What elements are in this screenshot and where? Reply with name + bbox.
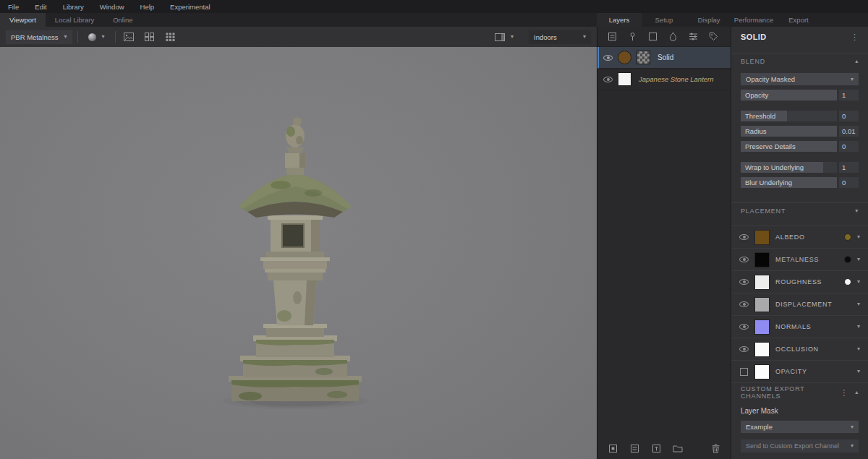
chevron-down-icon[interactable]: ▾	[857, 324, 860, 330]
menu-window[interactable]: Window	[92, 3, 132, 11]
trash-icon	[712, 444, 720, 453]
visibility-eye-icon[interactable]	[603, 55, 613, 61]
channel-swatch[interactable]	[754, 342, 770, 357]
menu-edit[interactable]: Edit	[27, 3, 54, 11]
solid-layer-button[interactable]	[644, 30, 660, 44]
texture-view-button[interactable]	[121, 30, 137, 44]
visibility-eye-icon[interactable]	[739, 257, 749, 262]
chevron-down-icon[interactable]: ▾	[857, 257, 860, 262]
add-surface-layer-button[interactable]	[626, 441, 642, 455]
add-mask-button[interactable]	[648, 441, 664, 455]
paint-layer-button[interactable]	[624, 30, 640, 44]
export-preset-select[interactable]: Example ▾	[741, 421, 859, 433]
preserve-details-value-field[interactable]: 0	[839, 141, 859, 152]
chevron-down-icon: ▾	[511, 34, 514, 40]
kebab-menu-icon[interactable]: ⋮	[851, 33, 859, 41]
channel-swatch[interactable]	[754, 275, 770, 290]
grid-view-button[interactable]	[163, 30, 179, 44]
arrow-up-square-icon	[652, 444, 661, 453]
opacity-value-field[interactable]: 1	[839, 90, 859, 100]
menu-file[interactable]: File	[0, 3, 27, 11]
tab-export[interactable]: Export	[776, 13, 821, 27]
chevron-down-icon[interactable]: ▾	[857, 279, 860, 285]
kebab-menu-icon[interactable]: ⋮	[840, 389, 848, 397]
chevron-down-icon[interactable]: ▾	[857, 346, 860, 352]
channel-swatch[interactable]	[754, 364, 770, 379]
layer-row-solid[interactable]: Solid	[597, 47, 731, 69]
channel-row-normals[interactable]: NORMALS ▾	[731, 316, 868, 338]
tab-display[interactable]: Display	[686, 13, 731, 27]
layer-row-base-mesh[interactable]: Japanese Stone Lantern	[597, 69, 731, 90]
send-to-export-channel-button[interactable]: Send to Custom Export Channel ▾	[741, 439, 859, 452]
visibility-eye-icon[interactable]	[603, 77, 613, 82]
channel-swatch[interactable]	[754, 297, 770, 312]
menu-library[interactable]: Library	[55, 3, 92, 11]
chevron-down-icon[interactable]: ▾	[857, 369, 860, 374]
blur-underlying-value-field[interactable]: 0	[839, 177, 859, 188]
viewport-canvas[interactable]	[0, 47, 597, 459]
blur-underlying-slider[interactable]: Blur Underlying	[741, 177, 837, 188]
toolbar-divider	[115, 31, 116, 43]
chevron-down-icon[interactable]: ▾	[857, 301, 860, 307]
layer-mask-thumbnail[interactable]	[637, 51, 650, 64]
split-view-button[interactable]	[142, 30, 158, 44]
visibility-eye-icon[interactable]	[739, 324, 749, 330]
tab-row: Viewport Local Library Online Layers Set…	[0, 13, 868, 27]
layer-color-thumbnail[interactable]	[618, 72, 631, 86]
channel-enable-checkbox[interactable]	[740, 368, 748, 376]
channel-row-occlusion[interactable]: OCCLUSION ▾	[731, 338, 868, 361]
visibility-eye-icon[interactable]	[739, 234, 749, 240]
wrap-underlying-value-field[interactable]: 1	[839, 162, 859, 173]
channel-swatch[interactable]	[754, 319, 770, 335]
tab-online[interactable]: Online	[103, 13, 142, 27]
tab-local-library[interactable]: Local Library	[46, 13, 103, 27]
visibility-eye-icon[interactable]	[739, 301, 749, 307]
channel-label: DISPLACEMENT	[775, 301, 851, 308]
threshold-slider[interactable]: Threshold	[741, 111, 837, 121]
visibility-eye-icon[interactable]	[739, 279, 749, 285]
chevron-down-icon[interactable]: ▾	[857, 234, 860, 240]
blend-section-header[interactable]: BLEND ▴	[731, 53, 868, 69]
radius-value-field[interactable]: 0.01	[839, 126, 859, 137]
channel-value-dot[interactable]	[844, 278, 851, 286]
slider-label: Threshold	[741, 111, 837, 121]
visibility-eye-icon[interactable]	[739, 346, 749, 352]
channel-row-roughness[interactable]: ROUGHNESS ▾	[731, 271, 868, 293]
material-id-button[interactable]	[705, 30, 721, 44]
placement-section-header[interactable]: PLACEMENT ▾	[731, 202, 868, 218]
blend-mode-select[interactable]: Opacity Masked ▾	[741, 73, 859, 85]
channel-row-metalness[interactable]: METALNESS ▾	[731, 249, 868, 271]
channel-row-displacement[interactable]: DISPLACEMENT ▾	[731, 293, 868, 316]
new-group-button[interactable]	[670, 441, 686, 455]
delete-layer-button[interactable]	[707, 441, 723, 455]
preserve-details-slider[interactable]: Preserve Details	[741, 141, 837, 152]
channel-swatch[interactable]	[754, 230, 770, 245]
channel-value-dot[interactable]	[844, 256, 851, 263]
tab-layers[interactable]: Layers	[597, 13, 642, 27]
layer-color-thumbnail[interactable]	[618, 51, 631, 64]
chevron-down-icon: ▾	[851, 77, 854, 82]
radius-slider[interactable]: Radius	[741, 126, 837, 137]
tab-setup[interactable]: Setup	[642, 13, 686, 27]
menu-help[interactable]: Help	[132, 3, 163, 11]
material-preview-dropdown[interactable]: ▾	[83, 30, 110, 44]
channel-swatch[interactable]	[754, 252, 770, 267]
tab-performance[interactable]: Performance	[731, 13, 776, 27]
surface-layer-button[interactable]	[604, 30, 620, 44]
channel-row-opacity[interactable]: OPACITY ▾	[731, 361, 868, 383]
channel-row-albedo[interactable]: ALBEDO ▾	[731, 226, 868, 249]
liquid-layer-button[interactable]	[665, 30, 681, 44]
adjustment-layer-button[interactable]	[685, 30, 701, 44]
opacity-slider-row: Opacity 1	[741, 90, 859, 100]
viewport-layout-dropdown[interactable]: ▾	[490, 30, 519, 44]
wrap-underlying-slider[interactable]: Wrap to Underlying	[741, 162, 837, 173]
shading-mode-select[interactable]: PBR Metalness ▾	[6, 30, 72, 44]
channel-value-dot[interactable]	[844, 233, 851, 241]
opacity-slider[interactable]: Opacity	[741, 90, 837, 100]
threshold-value-field[interactable]: 0	[839, 111, 859, 121]
menu-experimental[interactable]: Experimental	[162, 3, 218, 11]
tab-viewport[interactable]: Viewport	[0, 13, 46, 27]
custom-export-section-header[interactable]: CUSTOM EXPORT CHANNELS ⋮ ▴	[731, 383, 868, 402]
environment-select[interactable]: Indoors ▾	[529, 30, 591, 44]
add-layer-button[interactable]	[605, 441, 621, 455]
